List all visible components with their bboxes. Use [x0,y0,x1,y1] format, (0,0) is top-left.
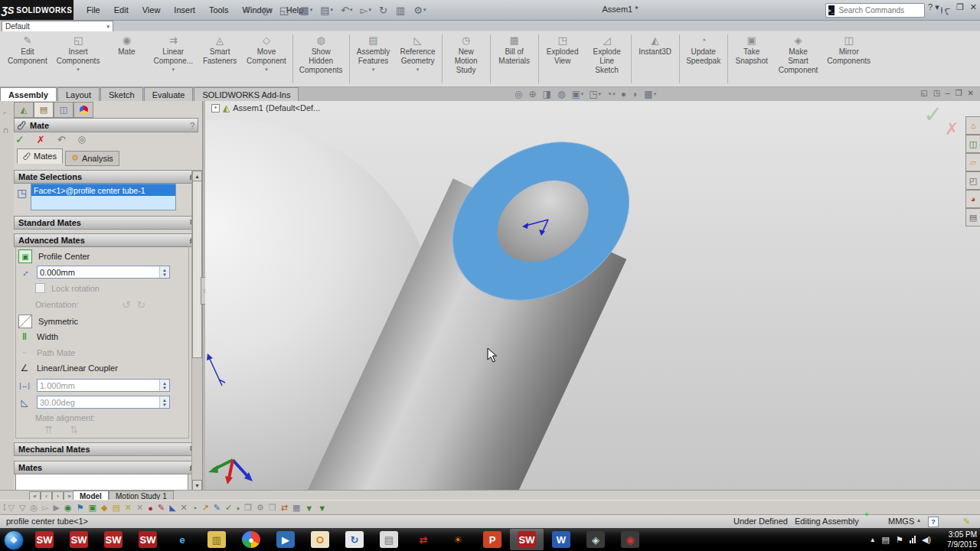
filter-toolbar-icon[interactable]: ⇄ [281,503,288,513]
tab-sketch[interactable]: Sketch [100,87,143,101]
tab-solidworks-addins[interactable]: SOLIDWORKS Add-Ins [194,87,299,101]
taskbar-app[interactable]: SW [28,529,61,550]
filter-toolbar-icon[interactable]: ❐ [244,503,252,513]
ribbon-button[interactable]: ◱ Insert Components ▾ [52,31,105,73]
configurationmanager-tab[interactable]: ◫ [54,102,74,118]
filter-toolbar-icon[interactable]: ⚙ [256,503,264,513]
filter-toolbar-icon[interactable]: ✕ [181,503,188,513]
filter-toolbar-icon[interactable]: ▤ [112,503,119,513]
taskbar-app[interactable]: ◉ [613,529,647,550]
align-antialigned-icon[interactable]: ⇅ [70,424,78,435]
selected-face-item[interactable]: Face<1>@profile center tube-1 [31,184,175,196]
ribbon-button[interactable]: ◭ Instant3D [633,31,678,64]
tab-evaluate[interactable]: Evaluate [144,87,194,101]
taskbar-clock[interactable]: 3:05 PM 7/9/2015 [934,530,977,549]
ribbon-button[interactable]: ◬ Smart Fasteners [198,31,242,73]
doc-window-control-icon[interactable]: ◳ [933,89,940,97]
menu-tools[interactable]: Tools [202,5,236,15]
tab-layout[interactable]: Layout [57,87,100,101]
help-button[interactable]: ? ▾ [928,2,939,12]
rotate-ccw-icon[interactable]: ↺ [122,298,131,311]
propertymanager-tab[interactable]: ▤ [34,102,54,118]
headsup-icon[interactable]: ◍ [557,89,566,99]
filter-toolbar-icon[interactable]: ↗ [201,503,208,513]
ribbon-button[interactable]: ◿ Explode Line Sketch [585,31,629,82]
doc-window-control-icon[interactable]: ◱ [920,89,927,97]
feature-tree-flyout[interactable]: + ◭ Assem1 (Default<Def... [211,103,320,113]
pin-button[interactable]: ◎ [78,134,86,145]
filter-toolbar-icon[interactable]: ◎ [31,503,38,513]
ribbon-button[interactable]: ◈ Make Smart Component [774,31,823,82]
scrollbar-thumb[interactable] [192,181,202,358]
filter-toolbar-icon[interactable]: ◆ [101,503,107,513]
group-standard-mates[interactable]: Standard Mates ≪ [14,216,200,230]
quick-access-button[interactable]: ▤ ▾ [318,3,335,18]
linear-coupler-row[interactable]: ∠ Linear/Linear Coupler [18,362,118,374]
tab-assembly[interactable]: Assembly [0,87,57,101]
headsup-icon[interactable]: ◗ [632,89,639,99]
coupler-distance-input[interactable] [38,381,159,390]
taskbar-app[interactable]: ▥ [200,529,234,550]
coupler-distance-field[interactable]: ▲▼ [37,379,170,392]
filter-toolbar-icon[interactable]: ◔ [192,504,198,513]
expand-icon[interactable]: + [211,104,220,112]
ok-button[interactable]: ✓ [15,133,24,145]
confirmation-ok-icon[interactable]: ✓ [923,101,942,128]
align-aligned-icon[interactable]: ⇈ [44,424,53,435]
ribbon-button[interactable]: ◉ Mate [104,31,149,64]
filter-toolbar-icon[interactable]: ✕ [125,503,132,513]
headsup-icon[interactable]: ◳▾ [589,89,601,99]
units-caret-icon[interactable]: ▴ [917,517,920,523]
filter-toolbar-icon[interactable]: ⚑ [77,503,84,513]
filter-toolbar-icon[interactable]: ▶ [54,503,60,513]
doc-window-control-icon[interactable]: – [946,89,950,97]
headsup-icon[interactable]: ◎ [514,89,523,99]
ribbon-button[interactable]: ◔ Update Speedpak [681,31,726,73]
status-units[interactable]: MMGS [888,517,914,526]
filter-toolbar-icon[interactable]: ● [148,504,153,513]
filter-toolbar-icon[interactable]: ✓ [225,503,232,513]
headsup-icon[interactable]: ◨ [543,89,552,99]
taskbar-app[interactable]: ◈ [579,529,612,550]
ribbon-button[interactable]: ◍ Show Hidden Components [295,31,348,82]
lock-rotation-checkbox[interactable] [35,283,45,293]
mates-list[interactable] [15,474,188,490]
headsup-icon[interactable]: ▣▾ [571,89,583,99]
quick-access-button[interactable]: ▦ ▾ [297,3,315,18]
spinner-icon[interactable]: ▲▼ [159,396,169,408]
task-pane-tab[interactable]: ▤ [965,208,980,227]
confirmation-cancel-icon[interactable]: ✗ [945,119,959,139]
spinner-icon[interactable]: ▲▼ [159,266,169,278]
scroll-down-icon[interactable]: ▼ [192,480,202,490]
profile-center-row[interactable]: ▣ Profile Center [18,249,90,263]
quick-access-button[interactable]: ↶ ▾ [338,3,354,18]
menu-file[interactable]: File [80,5,107,15]
filter-toolbar-icon[interactable]: ◣ [169,503,175,513]
taskbar-app[interactable]: P [475,529,509,550]
ribbon-button[interactable]: ▤ Assembly Features ▾ [351,31,396,73]
filter-toolbar-icon[interactable]: ◉ [64,503,72,513]
featuremanager-tab[interactable]: ◭ [14,102,34,118]
headsup-icon[interactable]: ▩▾ [644,89,656,99]
taskbar-app[interactable]: ☀ [441,529,475,550]
flyout-icon-2[interactable]: ⊓ [3,127,8,135]
action-center-icon[interactable]: ▤ [882,535,890,545]
taskbar-app[interactable]: e [165,529,199,550]
filter-toolbar-icon[interactable]: ▼ [318,504,326,513]
ribbon-button[interactable]: ✎ Edit Component [3,31,52,73]
taskbar-app[interactable]: ▤ [372,529,406,550]
lock-rotation-row[interactable]: Lock rotation [35,283,100,293]
ribbon-button[interactable]: ◳ Exploded View [541,31,585,73]
task-pane-tab[interactable]: ◰ [965,171,980,190]
ribbon-button[interactable]: ▣ Take Snapshot [730,31,774,73]
undo-button[interactable]: ↶ [57,134,66,145]
configuration-dropdown[interactable]: Default ▾ [2,21,113,32]
taskbar-app[interactable]: SW [62,529,96,550]
restore-button[interactable]: ❐ [956,2,964,12]
taskbar-app[interactable]: O [303,529,337,550]
ribbon-button[interactable]: ⇉ Linear Compone... ▾ [149,31,198,73]
cancel-button[interactable]: ✗ [37,134,45,145]
panel-scrollbar[interactable]: ▲ ▼ [191,170,203,490]
menu-view[interactable]: View [136,5,168,15]
tray-expand-icon[interactable]: ▲ [870,536,876,543]
